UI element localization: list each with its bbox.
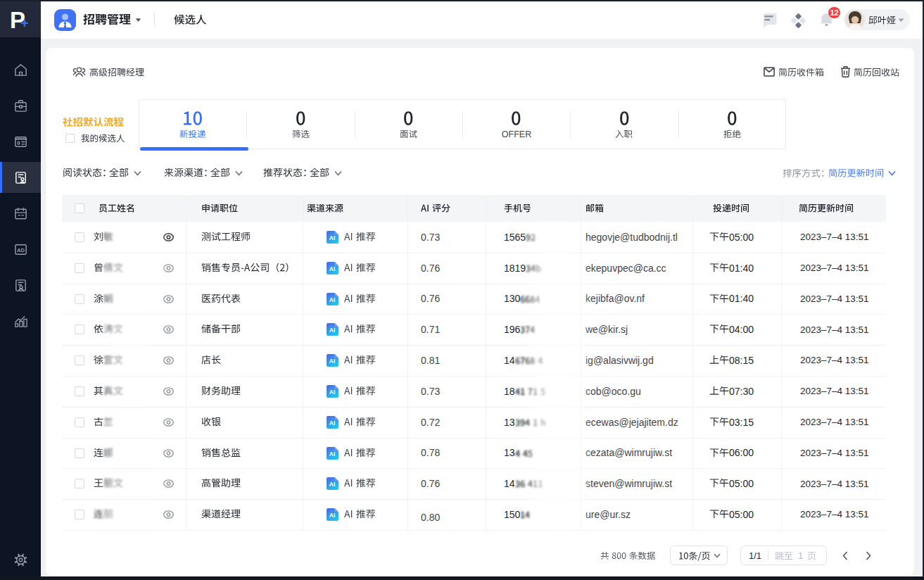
svg-text:AI: AI [329,481,336,488]
svg-text:AI: AI [329,420,336,427]
svg-text:AI: AI [329,450,336,458]
svg-text:AI: AI [329,358,336,365]
svg-text:AI: AI [329,265,336,272]
svg-text:AI: AI [329,234,336,241]
svg-text:AI: AI [329,327,336,334]
svg-text:AI: AI [329,512,336,519]
svg-text:AI: AI [329,296,336,303]
svg-text:AI: AI [329,389,336,396]
svg-text:AD: AD [17,247,25,253]
